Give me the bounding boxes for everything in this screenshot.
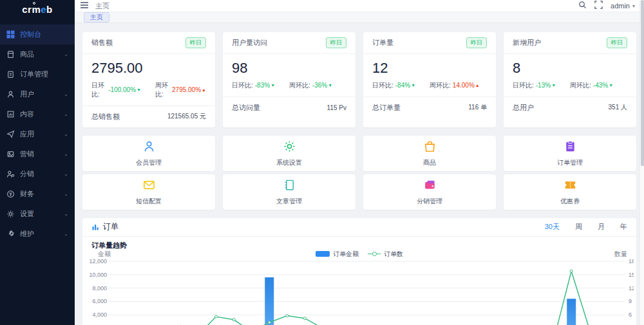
chevron-down-icon: ⌄ — [64, 91, 68, 97]
sidebar-item-apps[interactable]: 应用 ⌄ — [0, 124, 75, 144]
svg-text:18: 18 — [629, 259, 634, 265]
trend-arrow-icon: ▲ — [202, 88, 206, 92]
sidebar-item-settings[interactable]: 设置 ⌄ — [0, 204, 75, 224]
shortcut-sms-config[interactable]: 短信配置 — [82, 174, 215, 210]
day-ratio-label: 日环比: — [91, 81, 106, 99]
shortcut-system-settings[interactable]: 系统设置 — [223, 136, 355, 171]
user-icon — [6, 90, 15, 98]
scrollbar-thumb[interactable] — [641, 0, 644, 166]
sidebar-item-label: 分销 — [20, 169, 34, 179]
sidebar: crmeb 控制台 商品 ⌄ 订单管理 用户 ⌄ 内 — [0, 0, 75, 325]
shortcut-label: 分销管理 — [417, 197, 442, 206]
sidebar-item-content[interactable]: 内容 ⌄ — [0, 104, 75, 124]
svg-text:8,000: 8,000 — [92, 284, 107, 291]
stat-title: 新增用户 — [513, 38, 541, 48]
range-tabs: 30天 周 月 年 — [545, 222, 627, 232]
trend-arrow-icon: ▼ — [137, 88, 141, 92]
chart-axis-row: 金额 订单金额 订单数 数量 — [82, 250, 636, 259]
legend-order-amount[interactable]: 订单金额 — [316, 250, 359, 259]
legend-label: 订单金额 — [333, 250, 359, 259]
svg-text:12,000: 12,000 — [89, 259, 107, 265]
chevron-down-icon: ⌄ — [64, 211, 68, 217]
week-ratio-value: -43% — [593, 82, 608, 89]
order-panel: 订单 30天 周 月 年 订单量趋势 金额 订单金额 订单数 — [82, 218, 636, 325]
stat-value: 2795.00 — [91, 60, 206, 77]
trend-arrow-icon: ▲ — [475, 83, 480, 88]
app-root: crmeb 控制台 商品 ⌄ 订单管理 用户 ⌄ 内 — [0, 0, 644, 325]
trend-arrow-icon: ▼ — [328, 83, 332, 88]
shortcut-coupon[interactable]: 优惠券 — [504, 174, 636, 210]
logo-text: b — [46, 4, 53, 15]
user-menu[interactable]: admin ▾ — [611, 2, 635, 10]
sidebar-item-distribution[interactable]: 分销 ⌄ — [0, 164, 75, 184]
distribution-user-icon — [6, 170, 15, 178]
stat-card-new-users: 新增用户昨日 8 日环比:-13%▼ 周环比:-43%▼ 总用户351 人 — [504, 32, 636, 127]
chart-title: 订单量趋势 — [82, 241, 636, 250]
member-icon — [142, 140, 156, 156]
svg-text:15: 15 — [629, 271, 634, 277]
shortcut-label: 系统设置 — [276, 158, 302, 167]
sidebar-item-dashboard[interactable]: 控制台 — [0, 24, 75, 44]
day-ratio-label: 日环比: — [232, 81, 253, 90]
yesterday-badge: 昨日 — [607, 37, 627, 48]
day-ratio-value: -83% — [255, 82, 270, 89]
shortcut-member-management[interactable]: 会员管理 — [82, 136, 215, 171]
logo-ring-icon — [33, 2, 35, 5]
stat-title: 订单量 — [372, 38, 393, 48]
sidebar-item-maintenance[interactable]: 维护 ⌄ — [0, 224, 75, 244]
stat-foot-value: 351 人 — [609, 103, 627, 112]
range-tab-year[interactable]: 年 — [620, 222, 627, 232]
collapse-menu-icon[interactable] — [80, 0, 89, 12]
shortcut-article-management[interactable]: 文章管理 — [223, 174, 355, 210]
week-ratio-label: 周环比: — [430, 81, 451, 90]
stat-card-visits: 用户量访问昨日 98 日环比:-83%▼ 周环比:-36%▼ 总访问量115 P… — [223, 32, 355, 127]
paper-plane-icon — [6, 130, 15, 138]
shortcut-order-management[interactable]: 订单管理 — [504, 136, 636, 171]
fullscreen-icon[interactable] — [594, 0, 603, 12]
shortcut-goods[interactable]: 商品 — [363, 136, 496, 171]
legend-bar-swatch — [316, 251, 330, 257]
search-icon[interactable] — [578, 0, 587, 12]
legend-label: 订单数 — [384, 250, 403, 259]
range-tab-month[interactable]: 月 — [598, 222, 605, 232]
sidebar-item-finance[interactable]: 财务 ⌄ — [0, 184, 75, 204]
order-trend-chart: 12,0001810,000158,000126,00094,00062,000… — [82, 259, 634, 325]
week-ratio-value: 2795.00% — [172, 86, 201, 93]
sidebar-item-marketing[interactable]: 营销 ⌄ — [0, 144, 75, 164]
scrollbar[interactable] — [639, 0, 644, 325]
money-icon — [6, 190, 15, 198]
sidebar-item-label: 维护 — [20, 229, 34, 239]
shortcut-label: 会员管理 — [136, 158, 162, 167]
day-ratio-label: 日环比: — [372, 81, 393, 90]
yesterday-badge: 昨日 — [185, 37, 206, 48]
breadcrumb[interactable]: 主页 — [95, 1, 109, 11]
svg-text:6,000: 6,000 — [92, 298, 107, 304]
shortcut-distribution-management[interactable]: 分销管理 — [363, 174, 496, 210]
range-tab-30days[interactable]: 30天 — [545, 222, 560, 232]
article-book-icon — [283, 178, 296, 194]
sidebar-item-goods[interactable]: 商品 ⌄ — [0, 44, 75, 64]
logo-text: cr — [22, 4, 32, 15]
trend-arrow-icon: ▼ — [411, 83, 415, 88]
order-panel-title: 订单 — [103, 221, 118, 232]
yesterday-badge: 昨日 — [466, 37, 487, 48]
week-ratio-label: 周环比: — [570, 81, 591, 90]
chevron-down-icon: ⌄ — [64, 151, 68, 157]
coupon-ticket-icon — [564, 178, 577, 194]
day-ratio-label: 日环比: — [513, 81, 534, 90]
order-chart-body: 订单量趋势 金额 订单金额 订单数 数量 — [82, 237, 636, 325]
goods-bag-icon — [423, 140, 437, 156]
clipboard-icon — [6, 70, 15, 79]
week-ratio-value: -36% — [312, 82, 327, 89]
stat-value: 8 — [513, 60, 627, 77]
stat-value: 98 — [232, 60, 346, 77]
sidebar-item-orders[interactable]: 订单管理 — [0, 64, 75, 84]
range-tab-week[interactable]: 周 — [575, 222, 582, 232]
legend-order-count[interactable]: 订单数 — [368, 250, 403, 259]
top-header: 主页 admin ▾ — [75, 0, 644, 12]
week-ratio-label: 周环比: — [155, 81, 170, 99]
svg-text:9: 9 — [629, 298, 632, 304]
tab-home[interactable]: 主页 — [84, 12, 109, 23]
sms-envelope-icon — [142, 178, 156, 194]
sidebar-item-users[interactable]: 用户 ⌄ — [0, 84, 75, 104]
